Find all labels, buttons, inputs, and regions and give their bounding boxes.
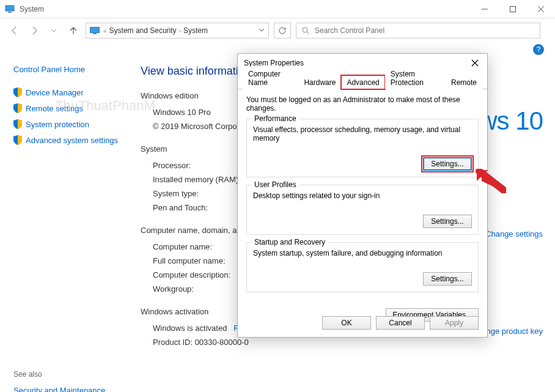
group-performance: Performance Visual effects, processor sc… xyxy=(246,119,479,177)
search-box[interactable] xyxy=(296,23,540,39)
svg-rect-6 xyxy=(90,28,100,33)
help-icon[interactable]: ? xyxy=(533,44,544,55)
tab-remote[interactable]: Remote xyxy=(446,75,482,89)
close-button[interactable] xyxy=(527,0,555,18)
startup-desc: System startup, system failure, and debu… xyxy=(253,249,472,257)
group-startup-recovery: Startup and Recovery System startup, sys… xyxy=(246,242,479,292)
windows-10-logo-text: ws 10 xyxy=(479,106,543,136)
breadcrumb-item[interactable]: System and Security xyxy=(109,26,177,35)
apply-button[interactable]: Apply xyxy=(430,316,479,330)
see-also-heading: See also xyxy=(13,370,105,379)
performance-desc: Visual effects, processor scheduling, me… xyxy=(253,125,472,142)
tab-system-protection[interactable]: System Protection xyxy=(385,67,446,89)
breadcrumb-sep: « xyxy=(103,28,107,34)
system-icon xyxy=(5,4,15,14)
group-legend: User Profiles xyxy=(252,180,299,189)
svg-rect-0 xyxy=(6,6,14,11)
sidebar-item-label: Advanced system settings xyxy=(26,136,118,145)
system-properties-dialog: System Properties Computer Name Hardware… xyxy=(237,53,488,338)
sidebar-item-device-manager[interactable]: Device Manager xyxy=(13,87,122,97)
security-maintenance-link[interactable]: Security and Maintenance xyxy=(13,386,105,392)
group-user-profiles: User Profiles Desktop settings related t… xyxy=(246,185,479,235)
maximize-button[interactable] xyxy=(499,0,527,18)
dialog-footer: OK Cancel Apply xyxy=(322,316,479,330)
dialog-close-button[interactable] xyxy=(469,57,481,69)
tab-computer-name[interactable]: Computer Name xyxy=(243,67,298,89)
sidebar-item-label: Remote settings xyxy=(26,104,83,113)
group-legend: Performance xyxy=(252,114,299,123)
titlebar: System xyxy=(0,0,555,18)
sidebar-item-label: Device Manager xyxy=(26,88,84,97)
minimize-button[interactable] xyxy=(471,0,499,18)
shield-icon xyxy=(13,135,22,145)
chevron-right-icon: › xyxy=(179,28,181,34)
control-panel-home-link[interactable]: Control Panel Home xyxy=(13,65,122,74)
tab-hardware[interactable]: Hardware xyxy=(298,75,341,89)
sidebar: Control Panel Home Device Manager Remote… xyxy=(0,57,128,368)
sidebar-item-remote-settings[interactable]: Remote settings xyxy=(13,103,122,113)
search-icon xyxy=(301,26,310,35)
change-settings-label: Change settings xyxy=(485,229,543,239)
group-legend: Startup and Recovery xyxy=(252,238,328,246)
product-id: Product ID: 00330-80000-0 xyxy=(153,338,543,347)
shield-icon xyxy=(13,87,22,97)
svg-rect-3 xyxy=(510,6,516,12)
address-bar[interactable]: « System and Security › System xyxy=(86,23,269,39)
shield-icon xyxy=(13,119,22,129)
dialog-tabs: Computer Name Hardware Advanced System P… xyxy=(238,75,487,89)
window-title: System xyxy=(20,5,471,13)
ok-button[interactable]: OK xyxy=(322,316,371,330)
change-product-key-link[interactable]: ange product key xyxy=(482,327,543,336)
breadcrumb: « System and Security › System xyxy=(103,26,208,35)
startup-settings-button[interactable]: Settings... xyxy=(423,272,472,286)
tab-advanced[interactable]: Advanced xyxy=(341,75,384,89)
sidebar-item-advanced-settings[interactable]: Advanced system settings xyxy=(13,135,122,145)
refresh-button[interactable] xyxy=(274,23,291,39)
see-also: See also Security and Maintenance xyxy=(13,370,105,386)
breadcrumb-item[interactable]: System xyxy=(183,26,208,35)
search-input[interactable] xyxy=(315,26,535,35)
cancel-button[interactable]: Cancel xyxy=(376,316,425,330)
profiles-desc: Desktop settings related to your sign-in xyxy=(253,191,472,200)
nav-toolbar: « System and Security › System xyxy=(0,18,555,43)
dialog-title: System Properties xyxy=(244,59,304,67)
recent-dropdown[interactable] xyxy=(46,23,61,38)
sidebar-item-system-protection[interactable]: System protection xyxy=(13,119,122,129)
profiles-settings-button[interactable]: Settings... xyxy=(423,215,472,228)
svg-point-8 xyxy=(303,28,307,32)
dialog-body: You must be logged on as an Administrato… xyxy=(238,89,487,306)
location-icon xyxy=(90,27,100,34)
address-dropdown-icon[interactable] xyxy=(259,26,265,35)
back-button[interactable] xyxy=(7,23,22,38)
performance-settings-button[interactable]: Settings... xyxy=(423,157,472,171)
shield-icon xyxy=(13,103,22,113)
sidebar-item-label: System protection xyxy=(26,120,89,129)
activation-text: Windows is activated xyxy=(153,324,227,333)
svg-rect-7 xyxy=(93,33,97,34)
admin-note: You must be logged on as an Administrato… xyxy=(246,95,479,113)
up-button[interactable] xyxy=(66,23,81,38)
svg-line-9 xyxy=(307,32,309,34)
svg-rect-1 xyxy=(8,12,12,13)
forward-button[interactable] xyxy=(27,23,42,38)
